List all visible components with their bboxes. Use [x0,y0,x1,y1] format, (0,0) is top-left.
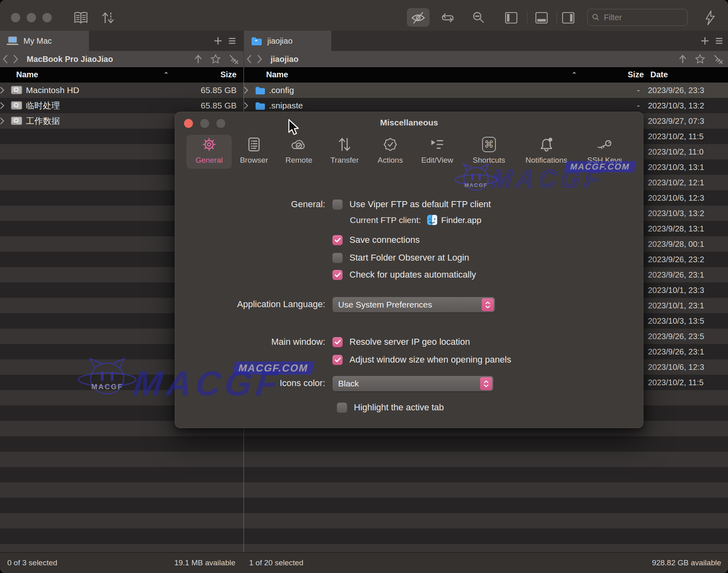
toolbar-separator [557,11,557,23]
file-date: 2023/10/2, 11:5 [648,132,704,141]
prefs-tab-shortcuts[interactable]: ⌘ Shortcuts [466,135,512,169]
file-name: .config [269,85,294,95]
table-row[interactable]: Macintosh HD 65.85 GB [0,83,243,98]
prefs-tab-remote[interactable]: Remote [276,135,322,169]
resolve-ip-row[interactable]: Resolve server IP geo location [332,337,470,347]
disconnect-icon[interactable] [228,53,239,65]
disclosure-icon[interactable] [0,117,11,125]
prefs-tab-browser[interactable]: Browser [231,135,277,169]
column-size[interactable]: Size [200,70,237,79]
status-bar: 0 of 3 selected 19.1 MB available 1 of 2… [0,552,728,573]
forward-icon[interactable] [11,54,21,64]
favorite-star-icon[interactable] [695,54,705,64]
column-name[interactable]: Name [266,70,288,79]
folder-observer-row[interactable]: Start Folder Observer at Login [332,253,469,263]
column-date[interactable]: Date [650,70,668,79]
tab-list-icon[interactable] [228,37,236,45]
filter-search-icon [592,13,600,21]
tab-list-icon[interactable] [715,37,723,45]
file-size: - [595,101,640,110]
file-name: 工作数据 [26,115,60,127]
forward-icon[interactable] [254,54,265,64]
minimize-button[interactable] [27,13,36,22]
sort-ascending-icon[interactable]: ⌃ [163,71,169,79]
prefs-tab-actions[interactable]: Actions [368,135,413,169]
prefs-tab-edit-view[interactable]: Edit/View [415,135,460,169]
file-icon [11,116,23,126]
add-tab-icon[interactable] [214,36,222,45]
prefs-tab-transfer[interactable]: Transfer [322,135,367,169]
close-button[interactable] [11,13,20,22]
cloud-check-icon [289,135,309,154]
add-tab-icon[interactable] [700,36,709,45]
file-name: 临时处理 [26,100,60,111]
file-icon [11,85,23,96]
adjust-window-row[interactable]: Adjust window size when opening panels [332,354,511,365]
checkbox[interactable] [332,235,343,245]
left-panel-layout-icon[interactable] [502,9,520,27]
icons-color-select[interactable]: Black [332,376,493,391]
favorite-star-icon[interactable] [210,54,221,64]
table-row[interactable]: .config - 2023/9/26, 23:3 [244,83,728,98]
bottom-panel-layout-icon[interactable] [533,9,550,27]
prefs-tab-ssh-keys[interactable]: SSH Keys [582,135,627,169]
gear-icon [200,135,218,154]
filter-field[interactable] [587,9,688,26]
checkbox[interactable] [332,199,343,210]
disclosure-icon[interactable] [0,102,11,109]
current-ftp-row: Current FTP client: Finder.app [350,214,481,225]
prefs-tab-label: Shortcuts [473,156,505,165]
back-icon[interactable] [0,54,11,64]
tab-jiaojiao[interactable]: jiaojiao [244,31,331,51]
checkbox-label: Adjust window size when opening panels [349,354,511,365]
file-icon [254,101,266,110]
upload-icon[interactable] [193,54,203,64]
prefs-tab-notifications[interactable]: Notifications [524,135,569,169]
file-date: 2023/9/28, 00:1 [648,240,704,249]
file-date: 2023/10/1, 23:1 [648,301,704,310]
column-size[interactable]: Size [607,70,644,79]
search-icon[interactable] [470,9,487,27]
eye-slash-icon[interactable] [409,9,427,27]
sort-icon[interactable] [99,9,117,27]
right-panel-layout-icon[interactable] [559,9,577,27]
path-title[interactable]: MacBook Pro JiaoJiao [27,55,113,64]
table-row[interactable]: .snipaste - 2023/10/3, 13:2 [244,98,728,113]
column-name[interactable]: Name [16,70,38,79]
disconnect-icon[interactable] [713,53,724,65]
save-connections-row[interactable]: Save connections [332,235,420,245]
disclosure-icon[interactable] [244,102,254,109]
file-date: 2023/9/28, 13:1 [648,224,704,233]
checkbox[interactable] [332,355,343,365]
lightning-icon[interactable] [701,9,719,27]
refresh-loop-icon[interactable] [439,9,457,27]
upload-icon[interactable] [678,54,688,64]
select-stepper-icon [482,298,494,311]
checkbox[interactable] [332,337,343,347]
table-row[interactable]: 临时处理 65.85 GB [0,98,243,113]
checkbox[interactable] [332,253,343,263]
checkbox[interactable] [332,270,343,280]
file-date: 2023/10/3, 13:1 [648,163,704,172]
path-title[interactable]: jiaojiao [271,55,298,64]
disclosure-icon[interactable] [0,87,11,94]
left-tab-tools [214,31,236,51]
filter-input[interactable] [603,13,673,23]
file-date: 2023/9/26, 23:2 [648,255,704,264]
file-date: 2023/9/26, 23:3 [648,86,704,95]
checkbox[interactable] [337,403,347,413]
disclosure-icon[interactable] [244,87,254,94]
viper-default-checkbox-row[interactable]: Use Viper FTP as default FTP client [332,199,491,210]
prefs-tab-label: SSH Keys [587,156,622,165]
prefs-tab-general[interactable]: General [186,135,232,169]
sort-ascending-icon[interactable]: ⌃ [571,71,577,79]
tab-my-mac[interactable]: My Mac [0,31,89,51]
preferences-dialog: Miscellaneous General [175,112,643,428]
reading-view-icon[interactable] [72,9,90,27]
check-updates-row[interactable]: Check for updates automatically [332,270,476,280]
application-language-select[interactable]: Use System Preferences [332,297,495,312]
highlight-tab-row[interactable]: Highlight the active tab [337,402,444,413]
back-icon[interactable] [244,54,254,64]
right-tab-tools [700,31,723,51]
zoom-button[interactable] [42,13,52,22]
